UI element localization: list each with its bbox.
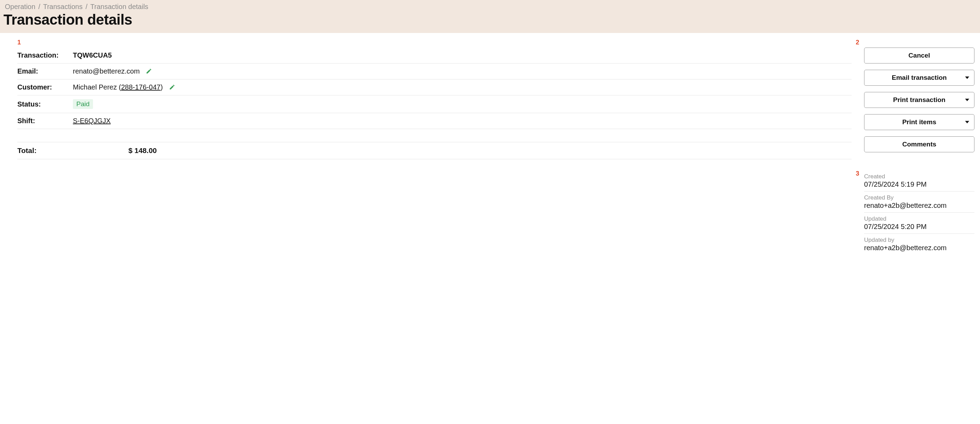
value-transaction: TQW6CUA5 bbox=[73, 48, 851, 64]
value-customer-cell: Michael Perez (288-176-047) bbox=[73, 79, 851, 95]
meta-block: 3 Created 07/25/2024 5:19 PM Created By … bbox=[864, 170, 974, 255]
label-customer: Customer: bbox=[18, 79, 73, 95]
value-status-cell: Paid bbox=[73, 95, 851, 113]
comments-button[interactable]: Comments bbox=[864, 137, 974, 152]
callout-three: 3 bbox=[856, 170, 859, 176]
meta-created-by-value: renato+a2b@betterez.com bbox=[864, 202, 974, 210]
row-transaction: Transaction: TQW6CUA5 bbox=[18, 48, 851, 64]
caret-down-icon bbox=[965, 77, 969, 79]
print-items-button[interactable]: Print items bbox=[864, 114, 974, 130]
label-total: Total: bbox=[18, 142, 73, 159]
label-email: Email: bbox=[18, 64, 73, 79]
edit-email-icon[interactable] bbox=[146, 68, 152, 74]
meta-created-value: 07/25/2024 5:19 PM bbox=[864, 180, 974, 188]
row-email: Email: renato@betterez.com bbox=[18, 64, 851, 79]
label-transaction: Transaction: bbox=[18, 48, 73, 64]
customer-ref-open: ( bbox=[119, 83, 121, 91]
meta-updated: Updated 07/25/2024 5:20 PM bbox=[864, 213, 974, 234]
row-status: Status: Paid bbox=[18, 95, 851, 113]
actions: Cancel Email transaction Print transacti… bbox=[864, 48, 974, 152]
breadcrumb-sep: / bbox=[37, 3, 41, 10]
meta-created: Created 07/25/2024 5:19 PM bbox=[864, 170, 974, 192]
right-panel: 2 Cancel Email transaction Print transac… bbox=[864, 33, 977, 255]
breadcrumb-sep: / bbox=[84, 3, 89, 10]
meta-updated-value: 07/25/2024 5:20 PM bbox=[864, 223, 974, 231]
callout-two: 2 bbox=[856, 39, 859, 46]
meta-created-by: Created By renato+a2b@betterez.com bbox=[864, 192, 974, 213]
customer-ref-close: ) bbox=[160, 83, 163, 91]
left-panel: 1 Transaction: TQW6CUA5 Email: renato@be… bbox=[3, 33, 851, 255]
print-items-label: Print items bbox=[902, 118, 936, 126]
print-transaction-label: Print transaction bbox=[893, 96, 946, 104]
meta-updated-label: Updated bbox=[864, 216, 974, 222]
meta-created-label: Created bbox=[864, 173, 974, 180]
label-shift: Shift: bbox=[18, 113, 73, 129]
comments-label: Comments bbox=[902, 141, 936, 148]
email-transaction-button[interactable]: Email transaction bbox=[864, 70, 974, 86]
email-transaction-label: Email transaction bbox=[892, 74, 947, 81]
page-header: Operation / Transactions / Transaction d… bbox=[0, 0, 980, 33]
cancel-button[interactable]: Cancel bbox=[864, 48, 974, 64]
value-total: $ 148.00 bbox=[73, 142, 851, 159]
label-status: Status: bbox=[18, 95, 73, 113]
meta-updated-by-label: Updated by bbox=[864, 237, 974, 244]
caret-down-icon bbox=[965, 99, 969, 101]
row-total: Total: $ 148.00 bbox=[18, 142, 851, 159]
pencil-icon bbox=[169, 84, 175, 90]
edit-customer-icon[interactable] bbox=[169, 84, 175, 90]
breadcrumb-current: Transaction details bbox=[90, 3, 148, 10]
breadcrumb-operation[interactable]: Operation bbox=[5, 3, 35, 10]
spacer-row bbox=[18, 129, 851, 142]
page-title: Transaction details bbox=[3, 11, 977, 28]
shift-link[interactable]: S-E6QJGJX bbox=[73, 117, 111, 125]
breadcrumb: Operation / Transactions / Transaction d… bbox=[3, 2, 977, 11]
caret-down-icon bbox=[965, 121, 969, 124]
details-table: Transaction: TQW6CUA5 Email: renato@bett… bbox=[18, 48, 851, 159]
meta-created-by-label: Created By bbox=[864, 194, 974, 201]
meta-updated-by: Updated by renato+a2b@betterez.com bbox=[864, 234, 974, 255]
cancel-button-label: Cancel bbox=[908, 52, 930, 59]
row-shift: Shift: S-E6QJGJX bbox=[18, 113, 851, 129]
value-customer-name: Michael Perez bbox=[73, 83, 117, 91]
status-badge: Paid bbox=[73, 99, 93, 109]
print-transaction-button[interactable]: Print transaction bbox=[864, 92, 974, 108]
value-shift-cell: S-E6QJGJX bbox=[73, 113, 851, 129]
breadcrumb-transactions[interactable]: Transactions bbox=[43, 3, 83, 10]
value-email-cell: renato@betterez.com bbox=[73, 64, 851, 79]
meta-updated-by-value: renato+a2b@betterez.com bbox=[864, 244, 974, 252]
callout-one: 1 bbox=[18, 39, 21, 46]
customer-ref-link[interactable]: 288-176-047 bbox=[121, 83, 160, 91]
pencil-icon bbox=[146, 68, 152, 74]
row-customer: Customer: Michael Perez (288-176-047) bbox=[18, 79, 851, 95]
value-email: renato@betterez.com bbox=[73, 67, 140, 75]
page-body: 1 Transaction: TQW6CUA5 Email: renato@be… bbox=[0, 33, 980, 255]
